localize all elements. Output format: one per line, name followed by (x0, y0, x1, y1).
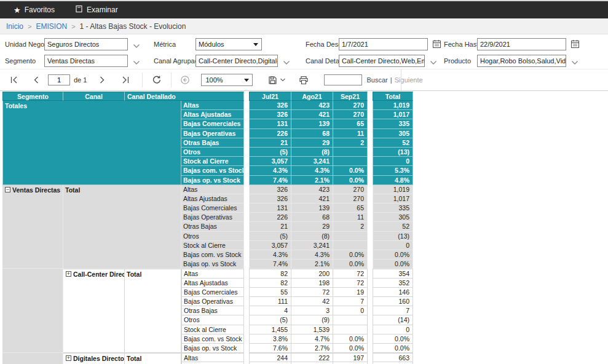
filter-field-fecha-desde[interactable]: 1/7/2021 (339, 38, 428, 50)
print-button[interactable] (297, 74, 310, 87)
zoom-select[interactable]: 100% (201, 74, 253, 86)
calendar-icon[interactable] (432, 39, 441, 49)
refresh-button[interactable] (150, 73, 164, 87)
table-row: Stock al Cierre3,0573,2410 (181, 241, 413, 250)
calendar-icon[interactable] (570, 39, 580, 49)
column-gap (244, 92, 249, 101)
report-parameters: Unidad NegocioSeguros DirectosMétricaMód… (0, 34, 608, 69)
filter-field-m-trica[interactable]: Módulos (195, 38, 262, 50)
metric-label: Bajas Comerciales (181, 204, 244, 213)
value-sep21: 0 (333, 306, 368, 315)
value-ago21: 3,241 (291, 241, 333, 250)
section-rows: Altas3264232701,019Altas Ajustadas326421… (181, 101, 413, 185)
table-row: Bajas op. vs Stock7.4%2.1%0.0%4.8% (181, 176, 413, 185)
metric-label: Bajas op. vs Stock (181, 259, 244, 269)
expand-toggle-icon[interactable]: + (66, 271, 71, 277)
table-row: Bajas Operativas2266811305 (181, 129, 413, 138)
metric-label: Altas (181, 185, 244, 194)
chevron-down-icon[interactable] (571, 59, 578, 64)
filter-field-canal-detalle[interactable]: Call-Center Directo,Web,Emplead (339, 55, 425, 67)
column-gap (368, 101, 373, 110)
chevron-down-icon[interactable] (283, 59, 290, 64)
filter-field-canal-agrupado[interactable]: Call-Center Directo,Digitales Direc (195, 55, 278, 67)
value-ago21: 222 (291, 353, 333, 362)
metric-label: Bajas com. vs Stock (181, 334, 244, 344)
chevron-down-icon (253, 43, 258, 46)
column-gap (368, 250, 373, 259)
breadcrumb-home-link[interactable]: Inicio (6, 22, 23, 31)
expand-toggle-icon[interactable]: − (5, 187, 10, 192)
filter-field-segmento[interactable]: Ventas Directas (44, 55, 128, 67)
chevron-down-icon[interactable] (430, 59, 437, 64)
find-next-button[interactable]: Siguiente (395, 76, 423, 84)
value-ago21: 198 (291, 279, 333, 288)
next-page-button[interactable] (97, 74, 108, 86)
table-row: Bajas com. vs Stock4.3%4.3%0.0%0.0% (181, 250, 413, 259)
expand-toggle-icon[interactable]: + (66, 355, 71, 361)
column-gap (368, 138, 373, 148)
value-jul21: 326 (249, 185, 291, 194)
metric-label: Bajas op. vs Stock (181, 344, 244, 353)
value-jul21: 3,057 (249, 157, 291, 166)
metric-label: Stock al Cierre (181, 157, 244, 166)
browse-menu-item[interactable]: Examinar (69, 1, 124, 18)
column-gap (368, 222, 373, 231)
current-page-input[interactable] (48, 74, 70, 85)
table-header-row: SegmentoCanalCanal DetalladoJul21Ago21Se… (2, 92, 608, 101)
value-ago21: 423 (291, 185, 333, 194)
search-input[interactable] (324, 74, 362, 85)
header-month-ago21: Ago21 (291, 92, 333, 101)
table-section-totales: TotalesAltas3264232701,019Altas Ajustada… (2, 101, 608, 185)
column-gap (368, 288, 373, 297)
column-gap (368, 325, 373, 334)
value-total: (13) (373, 148, 413, 157)
filter-field-unidad-negocio[interactable]: Seguros Directos (44, 38, 128, 50)
breadcrumb-section-link[interactable]: EMISION (36, 22, 67, 31)
header-month-sep21: Sep21 (333, 92, 368, 101)
value-ago21: 139 (291, 119, 333, 129)
value-jul21: 326 (249, 194, 291, 204)
breadcrumb: Inicio > EMISION > 1 - Altas Bajas Stock… (0, 18, 608, 34)
find-button[interactable]: Buscar (366, 76, 387, 84)
value-ago21: 2.1% (291, 259, 333, 269)
value-ago21: 72 (291, 288, 333, 297)
first-page-button[interactable] (7, 74, 21, 86)
chevron-down-icon[interactable] (133, 42, 140, 47)
column-gap (244, 194, 249, 204)
browse-label: Examinar (87, 6, 118, 14)
last-page-button[interactable] (119, 74, 132, 86)
value-total: 1,017 (373, 110, 413, 119)
column-gap (244, 315, 249, 325)
column-gap (244, 259, 249, 269)
value-sep21: 19 (333, 288, 368, 297)
value-sep21: 0.0% (333, 250, 368, 259)
back-to-parent-button[interactable] (178, 73, 192, 87)
column-gap (368, 344, 373, 353)
column-gap (244, 185, 249, 194)
page-count-label: de 1 (74, 76, 87, 84)
chevron-down-icon[interactable] (133, 59, 140, 64)
value-sep21 (333, 315, 368, 325)
filter-field-producto[interactable]: Hogar,Robo Bolso,Salud,Vida,AP,A (477, 55, 566, 67)
filter-field-fecha-hasta[interactable]: 22/9/2021 (477, 38, 566, 50)
value-sep21: 65 (333, 119, 368, 129)
favorites-menu-item[interactable]: ★ Favoritos (7, 1, 61, 18)
value-jul21: 244 (249, 353, 291, 362)
previous-page-button[interactable] (31, 74, 42, 86)
export-button[interactable] (266, 74, 287, 87)
value-sep21: 72 (333, 279, 368, 288)
table-row: Bajas op. vs Stock7.4%2.1%0.0%0.0% (181, 259, 413, 269)
column-gap (244, 232, 249, 241)
value-sep21: 0.0% (333, 344, 368, 353)
chevron-down-icon (244, 79, 249, 82)
value-sep21: 0.0% (333, 176, 368, 185)
column-gap (244, 157, 249, 166)
value-ago21: 68 (291, 129, 333, 138)
toolbar-end-divider (401, 69, 401, 90)
value-total: 0 (373, 325, 413, 334)
table-row: Bajas com. vs Stock4.3%4.3%0.0%5.3% (181, 166, 413, 175)
metric-label: Stock al Cierre (181, 325, 244, 334)
value-sep21: 11 (333, 213, 368, 222)
column-gap (244, 213, 249, 222)
value-jul21: 3.8% (249, 334, 291, 344)
